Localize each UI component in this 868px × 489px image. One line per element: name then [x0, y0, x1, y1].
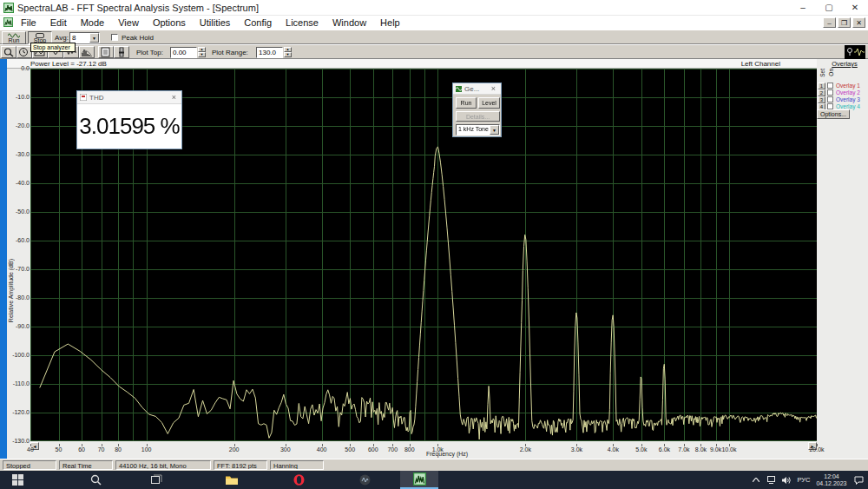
plot-top-spinner[interactable]: ▲▼ — [198, 47, 206, 57]
language-indicator[interactable]: РУС — [794, 471, 813, 489]
taskbar-file-explorer-button[interactable] — [214, 471, 249, 489]
menu-window[interactable]: Window — [326, 17, 373, 28]
zoom-icon[interactable] — [1, 46, 16, 58]
menu-license[interactable]: License — [279, 17, 326, 28]
y-tick-label: -10.0 — [8, 94, 30, 100]
overlays-options-button[interactable]: Options... — [817, 109, 850, 119]
mdi-close-button[interactable]: ✕ — [852, 17, 865, 28]
peak-hold-label: Peak Hold — [122, 34, 154, 42]
plot-header-strip: Power Level = -27.12 dB Left Channel — [7, 59, 817, 69]
menu-utilities[interactable]: Utilities — [193, 17, 237, 28]
desktop-edge — [0, 59, 7, 459]
menu-edit[interactable]: Edit — [43, 17, 74, 28]
overlay-3-on-checkbox[interactable] — [827, 96, 833, 102]
overlays-header: Overlays — [819, 60, 868, 68]
taskbar-task-view-button[interactable] — [139, 471, 174, 489]
plot-range-input[interactable]: 130.0 — [256, 47, 283, 58]
overlays-on-label: On — [828, 69, 834, 76]
x-tick-label: 7.0k — [678, 446, 689, 453]
avg-dropdown-arrow[interactable]: ▼ — [89, 33, 99, 43]
level-meter-icon[interactable] — [114, 46, 129, 58]
clock-date: 04.12.2023 — [816, 480, 846, 487]
menu-mode[interactable]: Mode — [74, 17, 112, 28]
x-tick-label: 40 — [27, 446, 34, 453]
spectrum-bars-icon[interactable] — [79, 46, 95, 58]
x-tick-label: 500 — [345, 446, 355, 453]
toolbar-main: Run Stop Avg: 8 ▼ Peak Hold — [0, 30, 868, 44]
overlay-2-label: Overlay 2 — [836, 89, 860, 96]
thd-dialog: THD × 3.01595 % — [76, 90, 182, 149]
y-tick-label: -120.0 — [8, 409, 30, 415]
y-tick-label: -70.0 — [8, 266, 30, 272]
x-tick-label: 70 — [98, 446, 105, 453]
menu-config[interactable]: Config — [237, 17, 279, 28]
x-tick-label: 80 — [115, 446, 122, 453]
minimize-button[interactable]: – — [790, 0, 816, 16]
menu-options[interactable]: Options — [146, 17, 193, 28]
x-tick-label: 60 — [78, 446, 85, 453]
network-icon[interactable] — [765, 471, 779, 489]
notifications-icon[interactable] — [851, 471, 866, 489]
clock[interactable]: 12:04 04.12.2023 — [814, 471, 849, 489]
volume-icon[interactable] — [779, 471, 793, 489]
taskbar-search-button[interactable] — [78, 471, 113, 489]
overlay-1-set-button[interactable]: 1 — [818, 83, 825, 89]
menu-help[interactable]: Help — [373, 17, 407, 28]
y-tick-label: -20.0 — [8, 122, 30, 129]
y-tick-label: -130.0 — [8, 438, 30, 444]
thd-dialog-titlebar[interactable]: THD × — [77, 91, 181, 104]
taskbar-spectralab-button[interactable] — [400, 471, 438, 489]
audio-monitor-icon[interactable] — [845, 45, 865, 59]
x-tick-label: 50 — [56, 446, 62, 453]
generator-run-button[interactable]: Run — [456, 97, 477, 109]
close-button[interactable]: ✕ — [842, 0, 868, 16]
window-title: SpectraLAB - FFT Spectral Analysis Syste… — [17, 3, 259, 13]
toolbar-view: Plot Top: 0.00 ▲▼ Plot Range: 130.0 ▲▼ — [0, 44, 868, 59]
x-axis-title: Frequency (Hz) — [378, 451, 516, 457]
menu-bar: FileEditModeViewOptionsUtilitiesConfigLi… — [0, 16, 868, 30]
menu-view[interactable]: View — [111, 17, 146, 28]
generator-dialog: Ge... × Run Level Details... 1 kHz Tone … — [452, 83, 502, 137]
x-tick-label: 100 — [141, 446, 152, 453]
overlay-1-on-checkbox[interactable] — [827, 83, 833, 89]
x-tick-label: 4.0k — [608, 446, 619, 453]
x-tick-label: 20.0k — [809, 446, 824, 453]
log-notes-icon[interactable] — [98, 46, 114, 58]
mdi-restore-button[interactable]: ❒ — [838, 17, 851, 28]
overlay-3-set-button[interactable]: 3 — [818, 96, 825, 103]
overlay-2-on-checkbox[interactable] — [827, 89, 833, 96]
menu-file[interactable]: File — [14, 17, 43, 28]
maximize-button[interactable]: ▢ — [816, 0, 842, 16]
peak-hold-checkbox[interactable] — [111, 34, 118, 41]
overlay-3-label: Overlay 3 — [836, 96, 860, 102]
avg-label: Avg: — [55, 34, 69, 42]
status-window: Hanning — [270, 460, 324, 470]
plot-range-spinner[interactable]: ▲▼ — [284, 47, 292, 57]
x-tick-label: 600 — [368, 446, 378, 453]
tray-expand-icon[interactable] — [749, 471, 763, 489]
taskbar-audio-app-button[interactable] — [347, 471, 382, 489]
status-state: Stopped — [3, 460, 56, 470]
generator-dialog-close-icon[interactable]: × — [489, 84, 498, 93]
generator-details-button: Details... — [456, 111, 500, 122]
overlay-2-set-button[interactable]: 2 — [818, 89, 825, 96]
y-tick-label: -60.0 — [8, 237, 30, 243]
overlay-4-on-checkbox[interactable] — [827, 103, 833, 109]
taskbar-start-button[interactable] — [0, 471, 35, 489]
thd-dialog-close-icon[interactable]: × — [169, 93, 179, 102]
screen: SpectraLAB - FFT Spectral Analysis Syste… — [0, 0, 868, 489]
clock-time: 12:04 — [824, 473, 839, 480]
x-tick-label: 9.0k — [710, 446, 721, 453]
generator-dialog-titlebar[interactable]: Ge... × — [453, 83, 501, 95]
generator-signal-select[interactable]: 1 kHz Tone ▼ — [456, 124, 500, 135]
plot-top-input[interactable]: 0.00 — [170, 47, 197, 58]
y-tick-label: -90.0 — [8, 323, 30, 329]
mdi-minimize-button[interactable]: – — [823, 17, 836, 28]
generator-level-button[interactable]: Level — [478, 97, 500, 109]
plot-range-label: Plot Range: — [212, 49, 248, 56]
run-button[interactable]: Run — [2, 31, 26, 44]
generator-signal-dropdown-arrow[interactable]: ▼ — [490, 125, 499, 135]
mdi-child-icon — [3, 17, 13, 27]
app-icon — [3, 3, 14, 13]
taskbar-opera-button[interactable] — [281, 471, 316, 489]
